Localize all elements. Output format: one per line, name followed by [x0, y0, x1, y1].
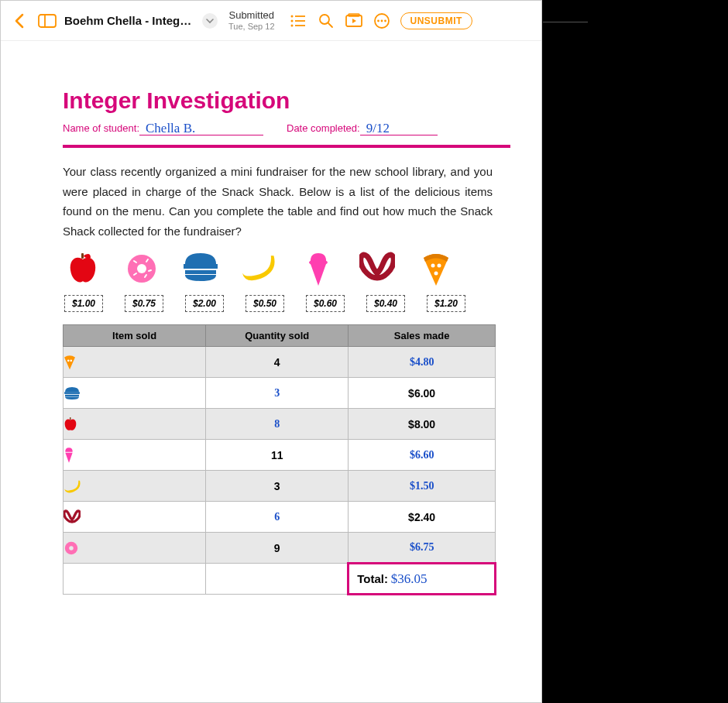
more-icon[interactable] — [369, 9, 394, 33]
qty-cell: 9 — [206, 533, 349, 564]
item-cell — [64, 378, 206, 409]
item-cell — [64, 533, 206, 564]
sales-cell: $8.00 — [349, 409, 496, 440]
col-item: Item sold — [64, 325, 206, 347]
item-cell — [64, 440, 206, 471]
presentation-icon[interactable] — [342, 9, 366, 33]
donut-icon — [123, 252, 160, 287]
burger-icon — [182, 252, 219, 287]
toolbar: Boehm Chella - Integers I... Submitted T… — [1, 1, 541, 41]
item-cell — [64, 502, 206, 533]
svg-point-31 — [67, 359, 70, 362]
sales-table: Item sold Quantity sold Sales made 4 $4.… — [63, 324, 496, 595]
svg-point-19 — [137, 264, 146, 273]
svg-rect-34 — [65, 394, 79, 396]
submitted-date: Tue, Sep 12 — [228, 22, 275, 31]
price-row: $1.00 $0.75 $2.00 $0.50 $0.60 $0.40 $1.2… — [63, 295, 510, 312]
date-value: 9/12 — [360, 122, 438, 135]
svg-rect-17 — [81, 253, 84, 259]
col-sales: Sales made — [349, 325, 496, 347]
qty-cell: 6 — [206, 502, 349, 533]
svg-point-16 — [384, 19, 386, 22]
item-cell — [64, 471, 206, 502]
table-row: 9 $6.75 — [64, 533, 496, 564]
table-row: 3 $1.50 — [64, 471, 496, 502]
snack-icons-row — [63, 252, 510, 287]
svg-rect-35 — [70, 417, 70, 420]
table-row: 4 $4.80 — [64, 347, 496, 378]
col-qty: Quantity sold — [206, 325, 349, 347]
banana-icon — [241, 252, 278, 287]
submitted-label: Submitted — [228, 10, 275, 21]
empty-cell — [64, 564, 206, 595]
apple-icon — [64, 252, 101, 287]
name-label: Name of student: — [63, 122, 139, 135]
svg-point-37 — [69, 546, 73, 550]
price-box: $2.00 — [185, 295, 224, 312]
unsubmit-button[interactable]: UNSUBMIT — [400, 12, 472, 29]
svg-point-30 — [434, 272, 438, 276]
document-title: Boehm Chella - Integers I... — [64, 14, 196, 27]
search-icon[interactable] — [314, 9, 338, 33]
pretzel-icon — [359, 252, 396, 287]
sales-cell: $2.40 — [349, 502, 496, 533]
table-row: 11 $6.60 — [64, 440, 496, 471]
sales-cell: $1.50 — [349, 471, 496, 502]
icecream-icon — [300, 252, 337, 287]
empty-cell — [206, 564, 349, 595]
name-value: Chella B. — [139, 122, 263, 135]
table-row: 3 $6.00 — [64, 378, 496, 409]
total-label: Total: — [357, 572, 388, 585]
price-box: $1.20 — [427, 295, 465, 312]
total-cell: Total: $36.05 — [349, 564, 496, 595]
svg-point-32 — [70, 359, 72, 362]
price-box: $1.00 — [64, 295, 103, 312]
svg-point-4 — [290, 19, 293, 22]
sales-cell: $6.75 — [349, 533, 496, 564]
svg-point-15 — [380, 19, 383, 22]
submitted-status: Submitted Tue, Sep 12 — [228, 10, 275, 30]
date-label: Date completed: — [287, 122, 360, 135]
table-row: 6 $2.40 — [64, 502, 496, 533]
qty-cell: 4 — [206, 347, 349, 378]
qty-cell: 8 — [206, 409, 349, 440]
total-value: $36.05 — [391, 571, 428, 586]
svg-point-6 — [290, 24, 293, 26]
item-cell — [64, 409, 206, 440]
callout-line — [543, 22, 588, 22]
sales-cell: $6.00 — [349, 378, 496, 409]
worksheet-title: Integer Investigation — [63, 87, 510, 114]
panels-icon[interactable] — [35, 9, 60, 33]
svg-point-2 — [290, 15, 293, 17]
svg-rect-0 — [39, 15, 56, 27]
svg-marker-12 — [352, 19, 356, 23]
qty-cell: 11 — [206, 440, 349, 471]
back-icon[interactable] — [7, 9, 32, 33]
table-row: 8 $8.00 — [64, 409, 496, 440]
svg-point-29 — [438, 264, 441, 268]
divider — [63, 145, 510, 148]
sales-cell: $6.60 — [349, 440, 496, 471]
sales-cell: $4.80 — [349, 347, 496, 378]
svg-rect-26 — [185, 270, 216, 274]
svg-point-28 — [431, 264, 435, 268]
price-box: $0.50 — [246, 295, 284, 312]
qty-cell: 3 — [206, 378, 349, 409]
svg-line-9 — [328, 23, 332, 27]
intro-text: Your class recently organized a mini fun… — [63, 162, 493, 241]
price-box: $0.75 — [125, 295, 163, 312]
qty-cell: 3 — [206, 471, 349, 502]
price-box: $0.60 — [306, 295, 345, 312]
svg-line-22 — [149, 270, 151, 271]
table-total-row: Total: $36.05 — [64, 564, 496, 595]
price-box: $0.40 — [366, 295, 405, 312]
svg-rect-25 — [184, 264, 218, 269]
doc-menu-chevron-icon[interactable] — [202, 13, 218, 29]
item-cell — [64, 347, 206, 378]
svg-point-8 — [320, 15, 329, 24]
outline-icon[interactable] — [286, 9, 311, 33]
document-page: Integer Investigation Name of student: C… — [1, 41, 541, 611]
svg-rect-33 — [64, 392, 80, 394]
pizza-icon — [417, 252, 455, 287]
svg-point-14 — [377, 19, 379, 22]
